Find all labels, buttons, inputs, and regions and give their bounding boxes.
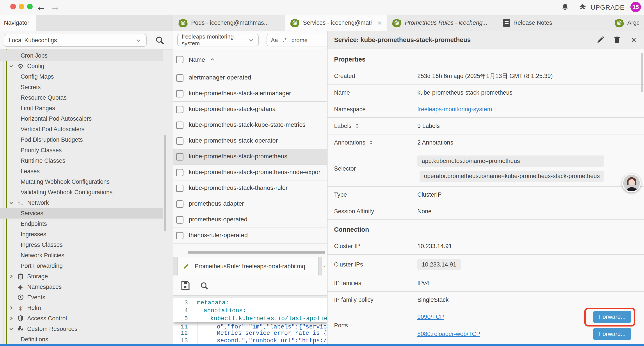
- table-row[interactable]: kube-prometheus-stack-operator: [174, 133, 327, 149]
- sidebar-item-mutating-webhook-configurations[interactable]: Mutating Webhook Configurations: [0, 177, 163, 187]
- row-checkbox[interactable]: [176, 137, 184, 145]
- tab-prometheus-rules-icecheng[interactable]: ☸Prometheus Rules - icecheng...: [387, 15, 498, 31]
- row-checkbox[interactable]: [176, 90, 184, 97]
- table-row[interactable]: prometheus-operated: [174, 212, 327, 228]
- close-tab-icon[interactable]: ×: [378, 19, 382, 27]
- table-row[interactable]: kube-prometheus-stack-grafana: [174, 102, 327, 117]
- sidebar-item-port-forwarding[interactable]: Port Forwarding: [0, 261, 163, 271]
- forward-button[interactable]: Forward...: [593, 328, 631, 340]
- sidebar-item-limit-ranges[interactable]: Limit Ranges: [0, 103, 163, 113]
- row-checkbox[interactable]: [176, 122, 184, 129]
- yaml-editor[interactable]: 11o","for":"1m","labels":{"service":"12M…: [174, 298, 327, 344]
- property-label-text: Labels: [334, 123, 352, 129]
- sidebar-item-helm[interactable]: ⎈Helm: [0, 303, 163, 313]
- row-checkbox[interactable]: [176, 169, 184, 176]
- chevron-down-icon[interactable]: [8, 200, 14, 206]
- sidebar-item-ingresses[interactable]: Ingresses: [0, 229, 163, 240]
- table-row[interactable]: thanos-ruler-operated: [174, 228, 327, 244]
- sidebar-item-horizontal-pod-autoscalers[interactable]: Horizontal Pod Autoscalers: [0, 113, 163, 124]
- select-all-checkbox[interactable]: [176, 56, 184, 63]
- tab-pods-icecheng-mathmas[interactable]: ☸Pods - icecheng@mathmas...: [173, 15, 285, 31]
- column-header-name[interactable]: Name: [189, 56, 215, 63]
- row-checkbox[interactable]: [176, 74, 184, 82]
- upgrade-button[interactable]: UPGRADE: [578, 3, 624, 12]
- row-checkbox[interactable]: [176, 185, 184, 192]
- chevron-right-icon[interactable]: [8, 274, 14, 279]
- sidebar-item-config-maps[interactable]: Config Maps: [0, 71, 163, 82]
- sidebar-item-priority-classes[interactable]: Priority Classes: [0, 145, 163, 155]
- sidebar-item-cron-jobs[interactable]: Cron Jobs: [0, 50, 163, 61]
- sidebar-item-runtime-classes[interactable]: Runtime Classes: [0, 155, 163, 166]
- table-row[interactable]: kube-prometheus-stack-alertmanager: [174, 86, 327, 102]
- table-row[interactable]: prometheus-adapter: [174, 196, 327, 212]
- row-checkbox[interactable]: [176, 106, 184, 113]
- sidebar-item-network[interactable]: ↑↓Network: [0, 198, 163, 208]
- table-row[interactable]: kube-prometheus-stack-prometheus: [174, 149, 327, 165]
- minimize-window-button[interactable]: [19, 4, 24, 9]
- port-link[interactable]: 8080:reloader-web/TCP: [417, 331, 480, 338]
- chevron-right-icon[interactable]: [8, 305, 14, 311]
- regex-icon[interactable]: .*: [283, 37, 286, 43]
- zoom-window-button[interactable]: [27, 4, 33, 9]
- detail-scrollbar[interactable]: [641, 53, 643, 92]
- sidebar-item-ingress-classes[interactable]: Ingress Classes: [0, 240, 163, 250]
- port-link[interactable]: 9090/TCP: [417, 314, 444, 320]
- row-checkbox[interactable]: [176, 216, 184, 224]
- row-checkbox[interactable]: [176, 200, 184, 208]
- edit-pencil-icon[interactable]: [596, 35, 605, 44]
- close-window-button[interactable]: [10, 4, 16, 9]
- namespace-link[interactable]: freeleaps-monitoring-system: [417, 106, 492, 113]
- table-row[interactable]: kube-prometheus-stack-thanos-ruler: [174, 180, 327, 196]
- tab-services-icecheng-math[interactable]: ☸Services - icecheng@math...×: [285, 15, 387, 31]
- save-icon[interactable]: [180, 280, 191, 291]
- delete-trash-icon[interactable]: [612, 35, 622, 44]
- sidebar-item-config[interactable]: ⚙Config: [0, 61, 163, 71]
- property-label: Labels: [328, 123, 417, 129]
- user-avatar[interactable]: [622, 174, 641, 193]
- table-row[interactable]: kube-prometheus-stack-kube-state-metrics: [174, 117, 327, 133]
- sidebar-item-vertical-pod-autoscalers[interactable]: Vertical Pod Autoscalers: [0, 124, 163, 134]
- row-checkbox[interactable]: [176, 232, 184, 239]
- table-row[interactable]: alertmanager-operated: [174, 70, 327, 86]
- sidebar-item-custom-resources[interactable]: Custom Resources: [0, 324, 163, 334]
- kubeconfig-selector[interactable]: Local Kubeconfigs: [4, 34, 147, 47]
- editor-tab-partial[interactable]: [322, 257, 327, 276]
- sidebar-item-leases[interactable]: Leases: [0, 166, 163, 177]
- forward-arrow-icon[interactable]: →: [50, 1, 60, 12]
- sidebar-item-network-policies[interactable]: Network Policies: [0, 250, 163, 261]
- notification-count-badge[interactable]: 15: [630, 2, 641, 12]
- tab-navigator[interactable]: Navigator: [0, 15, 36, 31]
- sidebar-item-access-control[interactable]: Access Control: [0, 313, 163, 324]
- back-arrow-icon[interactable]: ←: [36, 1, 46, 12]
- notifications-bell-icon[interactable]: [560, 3, 570, 12]
- editor-search-icon[interactable]: [199, 281, 209, 291]
- sidebar-item-services[interactable]: Services: [0, 208, 163, 219]
- table-row[interactable]: kube-prometheus-stack-prometheus-node-ex…: [174, 165, 327, 180]
- tab-argo-se[interactable]: ☸Argo Se: [609, 15, 644, 31]
- chevron-down-icon[interactable]: [8, 63, 14, 69]
- sidebar-item-definitions[interactable]: Definitions: [0, 334, 163, 344]
- match-case-icon[interactable]: Aa: [271, 37, 278, 43]
- sidebar-item-events[interactable]: Events: [0, 292, 163, 303]
- sidebar-scrollbar[interactable]: [164, 135, 166, 231]
- row-checkbox[interactable]: [176, 153, 184, 161]
- sidebar-item-validating-webhook-configurations[interactable]: Validating Webhook Configurations: [0, 187, 163, 198]
- sidebar-item-secrets[interactable]: Secrets: [0, 82, 163, 92]
- horizontal-scrollbar-thumb[interactable]: [188, 251, 325, 254]
- sidebar-item-resource-quotas[interactable]: Resource Quotas: [0, 92, 163, 103]
- tab-release-notes[interactable]: Release Notes: [498, 15, 609, 31]
- namespace-filter-dropdown[interactable]: freeleaps-monitoring-system: [177, 34, 259, 46]
- sidebar-search-icon[interactable]: [154, 35, 165, 46]
- chevron-right-icon[interactable]: [8, 316, 14, 321]
- forward-button[interactable]: Forward...: [593, 311, 631, 323]
- sidebar-item-namespaces[interactable]: ◈Namespaces: [0, 282, 163, 292]
- property-label-text: Ports: [334, 322, 348, 329]
- close-icon[interactable]: ×: [629, 35, 638, 44]
- resource-search-input[interactable]: Aa .* prome: [266, 34, 327, 46]
- sidebar-item-storage[interactable]: Storage: [0, 271, 163, 282]
- sidebar-item-endpoints[interactable]: Endpoints: [0, 219, 163, 229]
- chevron-down-icon[interactable]: [8, 326, 14, 332]
- sidebar-item-pod-disruption-budgets[interactable]: Pod Disruption Budgets: [0, 134, 163, 145]
- horizontal-scrollbar[interactable]: [174, 251, 327, 254]
- editor-tab-prometheusrule[interactable]: PrometheusRule: freeleaps-prod-rabbitmq: [177, 257, 318, 276]
